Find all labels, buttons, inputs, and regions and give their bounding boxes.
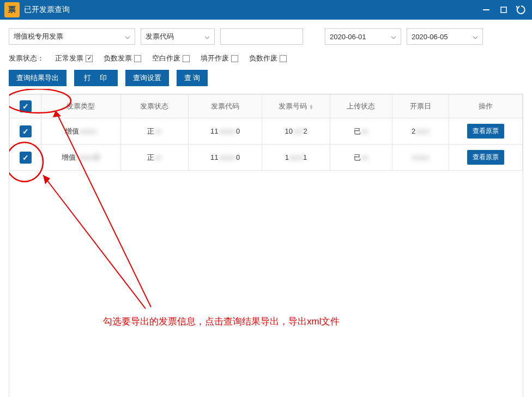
status-label: 发票状态： (9, 53, 44, 63)
invoice-type-select[interactable]: 增值税专用发票 (9, 28, 135, 45)
cell-date: xxxxx (392, 145, 449, 171)
checkbox-icon (20, 125, 32, 137)
chevron-down-icon (204, 34, 210, 42)
cell-type: 增值xxxxx (41, 118, 120, 145)
maximize-button[interactable] (497, 3, 510, 16)
status-filter-row: 发票状态： 正常发票 负数发票 空白作废 填开作废 负数作废 (0, 53, 532, 70)
header-code: 发票代码 (189, 95, 262, 118)
back-button[interactable] (515, 3, 528, 16)
svg-marker-7 (43, 175, 50, 184)
checkbox-icon (134, 55, 141, 62)
status-negvoid-checkbox[interactable]: 负数作废 (249, 53, 287, 63)
action-button-row: 查询结果导出 打 印 查询设置 查 询 (0, 70, 532, 94)
status-negative-checkbox[interactable]: 负数发票 (104, 53, 141, 63)
checkbox-icon (20, 100, 32, 112)
view-original-button[interactable]: 查看原票 (467, 124, 504, 139)
date-from-input[interactable]: 2020-06-01 (325, 28, 401, 45)
cell-code: 11xxxxx0 (189, 118, 262, 145)
row-checkbox[interactable] (10, 145, 41, 171)
header-checkbox[interactable] (10, 95, 41, 118)
cell-number: 10xxx2 (262, 118, 330, 145)
checkbox-icon (183, 55, 190, 62)
date-from-value: 2020-06-01 (330, 33, 366, 41)
table-row: 增值xxxxx票 正xx 11xxxxx0 1xxxx1 已xx xxxxx 查… (10, 145, 523, 171)
print-button[interactable]: 打 印 (74, 70, 118, 86)
status-normal-checkbox[interactable]: 正常发票 (55, 53, 93, 63)
cell-action: 查看原票 (449, 145, 522, 171)
chevron-down-icon (473, 34, 478, 42)
annotation-text: 勾选要导出的发票信息，点击查询结果导出，导出xml文件 (103, 315, 340, 328)
cell-upload: 已xx (330, 118, 392, 145)
date-to-input[interactable]: 2020-06-05 (407, 28, 483, 45)
header-number[interactable]: 发票号码▲▼ (262, 95, 330, 118)
table-row: 增值xxxxx 正xx 11xxxxx0 10xxx2 已xx 2xxxx 查看… (10, 118, 523, 145)
checkbox-icon (86, 55, 93, 62)
cell-date: 2xxxx (392, 118, 449, 145)
cell-action: 查看原票 (449, 118, 522, 145)
status-blankvoid-checkbox[interactable]: 空白作废 (152, 53, 190, 63)
chevron-down-icon (391, 34, 396, 42)
checkbox-icon (20, 152, 32, 164)
header-type: 发票类型 (41, 95, 120, 118)
invoice-table: 发票类型 发票状态 发票代码 发票号码▲▼ 上传状态 开票日 操作 增值xxxx… (9, 94, 523, 171)
checkbox-icon (231, 55, 238, 62)
cell-type: 增值xxxxx票 (41, 145, 120, 171)
filter-row: 增值税专用发票 发票代码 2020-06-01 2020-06-05 (0, 20, 532, 53)
header-action: 操作 (449, 95, 522, 118)
svg-line-6 (43, 175, 146, 309)
export-button[interactable]: 查询结果导出 (9, 70, 66, 86)
header-status: 发票状态 (120, 95, 189, 118)
query-settings-button[interactable]: 查询设置 (125, 70, 169, 86)
window-title: 已开发票查询 (24, 5, 480, 15)
header-upload: 上传状态 (330, 95, 392, 118)
row-checkbox[interactable] (10, 118, 41, 145)
cell-status: 正xx (120, 118, 189, 145)
view-original-button[interactable]: 查看原票 (467, 150, 504, 165)
checkbox-icon (280, 55, 287, 62)
sort-icon: ▲▼ (309, 104, 313, 110)
query-button[interactable]: 查 询 (177, 70, 208, 86)
invoice-type-value: 增值税专用发票 (14, 32, 63, 41)
code-field-label: 发票代码 (146, 32, 174, 41)
minimize-button[interactable] (480, 3, 493, 16)
cell-number: 1xxxx1 (262, 145, 330, 171)
title-bar: 票 已开发票查询 (0, 0, 532, 20)
table-header-row: 发票类型 发票状态 发票代码 发票号码▲▼ 上传状态 开票日 操作 (10, 95, 523, 118)
status-fillvoid-checkbox[interactable]: 填开作废 (201, 53, 238, 63)
code-field-select[interactable]: 发票代码 (141, 28, 215, 45)
app-logo: 票 (4, 2, 20, 17)
code-input[interactable] (220, 28, 303, 45)
svg-rect-1 (501, 7, 506, 13)
header-date: 开票日 (392, 95, 449, 118)
cell-code: 11xxxxx0 (189, 145, 262, 171)
chevron-down-icon (125, 34, 130, 42)
invoice-table-container: 发票类型 发票状态 发票代码 发票号码▲▼ 上传状态 开票日 操作 增值xxxx… (9, 94, 523, 397)
cell-status: 正xx (120, 145, 189, 171)
cell-upload: 已xx (330, 145, 392, 171)
date-to-value: 2020-06-05 (412, 33, 448, 41)
